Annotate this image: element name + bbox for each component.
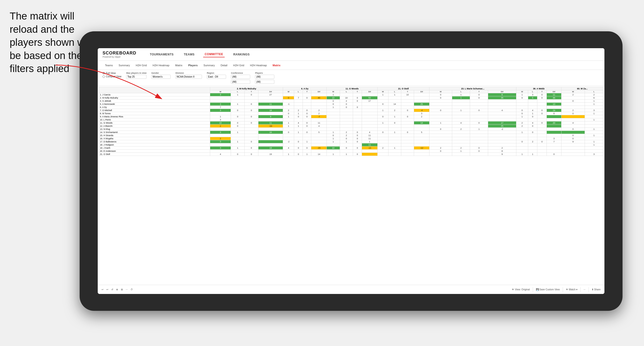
matrix-cell: 11 bbox=[362, 143, 378, 147]
matrix-cell: 6 bbox=[488, 93, 516, 96]
matrix-cell bbox=[244, 128, 258, 131]
toolbar-sep3 bbox=[580, 287, 580, 292]
matrix-cell: 1 bbox=[210, 115, 231, 118]
matrix-cell: 3 bbox=[585, 109, 603, 112]
matrix-cell: 1 bbox=[231, 140, 244, 143]
matrix-cell: 3 bbox=[210, 93, 231, 96]
matrix-cell: 1 bbox=[378, 109, 388, 112]
region-filter: Region East - DII West - DII bbox=[207, 72, 226, 79]
view-original-btn[interactable]: 👁 View: Original bbox=[512, 288, 530, 291]
timer-btn[interactable]: ⏱ bbox=[130, 288, 133, 291]
matrix-cell bbox=[430, 106, 452, 109]
matrix-cell: 10 bbox=[327, 96, 340, 100]
matrix-cell: -20 bbox=[311, 147, 327, 150]
matrix-cell bbox=[362, 125, 378, 128]
share-btn[interactable]: ⬆ Share bbox=[592, 288, 600, 291]
redo-btn[interactable]: ↩ bbox=[106, 288, 108, 291]
matrix-cell: 1 bbox=[585, 128, 603, 131]
sub-nav-h2h-heatmap2[interactable]: H2H Heatmap bbox=[248, 63, 269, 68]
matrix-cell bbox=[294, 137, 303, 140]
matrix-cell: 1 bbox=[327, 137, 340, 140]
matrix-content[interactable]: 2. M Kelly Mulcahy 6. A Dy 11. G Woods 2… bbox=[98, 86, 604, 285]
division-select[interactable]: NCAA Division II NCAA Division I bbox=[176, 75, 202, 79]
table-row: 17. D Ballesteros310-2011101020791 bbox=[99, 140, 604, 143]
matrix-cell bbox=[378, 137, 388, 140]
matrix-cell bbox=[547, 134, 562, 137]
watch-btn[interactable]: 👁 Watch ▾ bbox=[566, 288, 578, 291]
matrix-cell bbox=[302, 143, 311, 147]
sub-nav-h2h-heatmap[interactable]: H2H Heatmap bbox=[150, 63, 172, 68]
undo-btn[interactable]: ↩ bbox=[102, 288, 104, 291]
players-select2[interactable]: (All) bbox=[255, 80, 274, 84]
matrix-cell bbox=[340, 128, 353, 131]
division-label: Division bbox=[176, 72, 202, 74]
gender-filter: Gender Women's Men's bbox=[151, 72, 170, 79]
matrix-cell bbox=[378, 150, 388, 153]
add-btn[interactable]: ⊕ bbox=[116, 288, 118, 291]
matrix-cell: 1 bbox=[452, 93, 470, 96]
matrix-cell bbox=[488, 140, 516, 143]
nav-teams[interactable]: TEAMS bbox=[182, 52, 196, 57]
table-row: 3. S Jelinek0201701 bbox=[99, 100, 604, 103]
more-btn[interactable]: ··· bbox=[126, 288, 128, 291]
matrix-cell bbox=[244, 100, 258, 103]
matrix-cell: 50 bbox=[362, 96, 378, 100]
sub-nav-players[interactable]: Players bbox=[186, 63, 200, 68]
max-players-select[interactable]: Top 25 Top 10 Top 50 bbox=[126, 75, 146, 79]
conference-select2[interactable]: (All) bbox=[231, 80, 250, 84]
table-row: 10. L Perini31 bbox=[99, 118, 604, 121]
sub-h-l2: L bbox=[294, 90, 303, 93]
matrix-cell bbox=[302, 106, 311, 109]
matrix-cell bbox=[294, 118, 303, 121]
matrix-cell bbox=[378, 96, 388, 100]
matrix-cell bbox=[258, 100, 283, 103]
sub-nav-h2h-grid2[interactable]: H2H Grid bbox=[231, 63, 246, 68]
matrix-cell bbox=[488, 131, 516, 134]
sub-h-d1: Dif bbox=[258, 90, 283, 93]
sub-nav-teams[interactable]: Teams bbox=[102, 63, 115, 68]
matrix-cell bbox=[470, 106, 488, 109]
sub-nav-matrix2[interactable]: Matrix bbox=[270, 63, 283, 68]
gender-select[interactable]: Women's Men's bbox=[151, 75, 170, 79]
matrix-cell bbox=[353, 143, 362, 147]
sub-nav-summary[interactable]: Summary bbox=[116, 63, 132, 68]
matrix-cell: 0 bbox=[537, 93, 547, 96]
save-custom-view-btn[interactable]: 💾 Save Custom View bbox=[536, 288, 560, 291]
matrix-cell bbox=[516, 150, 528, 153]
players-select1[interactable]: (All) bbox=[255, 75, 274, 79]
matrix-cell bbox=[585, 147, 603, 150]
matrix-cell: 0 bbox=[378, 131, 388, 134]
sub-h-l3: L bbox=[340, 90, 353, 93]
tablet-device: SCOREBOARD Powered by clippd TOURNAMENTS… bbox=[80, 31, 622, 311]
matrix-cell bbox=[585, 106, 603, 109]
matrix-cell bbox=[537, 106, 547, 109]
matrix-cell: 9 bbox=[258, 115, 283, 118]
matrix-cell bbox=[258, 128, 283, 131]
matrix-cell: 0 bbox=[231, 153, 244, 156]
options-btn[interactable]: ··· bbox=[584, 288, 585, 291]
matrix-cell bbox=[362, 103, 378, 106]
conference-select1[interactable]: (All) bbox=[231, 75, 250, 79]
sub-nav-detail[interactable]: Detail bbox=[218, 63, 230, 68]
nav-rankings[interactable]: RANKINGS bbox=[232, 52, 251, 57]
matrix-cell bbox=[430, 103, 452, 106]
matrix-cell: 2 bbox=[210, 125, 231, 128]
nav-committee[interactable]: COMMITTEE bbox=[203, 52, 225, 57]
matrix-cell: 3 bbox=[210, 118, 231, 121]
compact-view-radio[interactable]: Compact View bbox=[102, 75, 121, 78]
matrix-cell: 3 bbox=[210, 131, 231, 134]
matrix-col-header-4: 21. O Stoll bbox=[378, 87, 429, 90]
grid-btn[interactable]: ⊞ bbox=[121, 288, 123, 291]
sub-nav-summary2[interactable]: Summary bbox=[201, 63, 217, 68]
full-view-radio[interactable]: Full View bbox=[102, 72, 121, 74]
matrix-cell bbox=[302, 93, 311, 96]
sub-nav-h2h-grid[interactable]: H2H Grid bbox=[133, 63, 149, 68]
refresh-btn[interactable]: ↺ bbox=[111, 288, 113, 291]
matrix-cell: 1 bbox=[378, 93, 388, 96]
matrix-cell: 0 bbox=[302, 131, 311, 134]
nav-tournaments[interactable]: TOURNAMENTS bbox=[148, 52, 175, 57]
region-select[interactable]: East - DII West - DII bbox=[207, 75, 226, 79]
matrix-cell bbox=[294, 128, 303, 131]
matrix-cell: 0 bbox=[561, 137, 585, 140]
sub-nav-matrix[interactable]: Matrix bbox=[173, 63, 185, 68]
